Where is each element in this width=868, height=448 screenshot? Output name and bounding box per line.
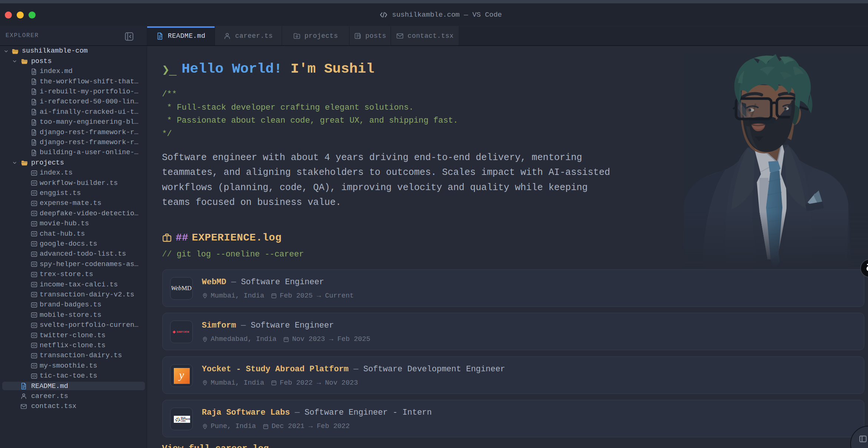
svg-text:LABS: LABS xyxy=(181,420,186,422)
